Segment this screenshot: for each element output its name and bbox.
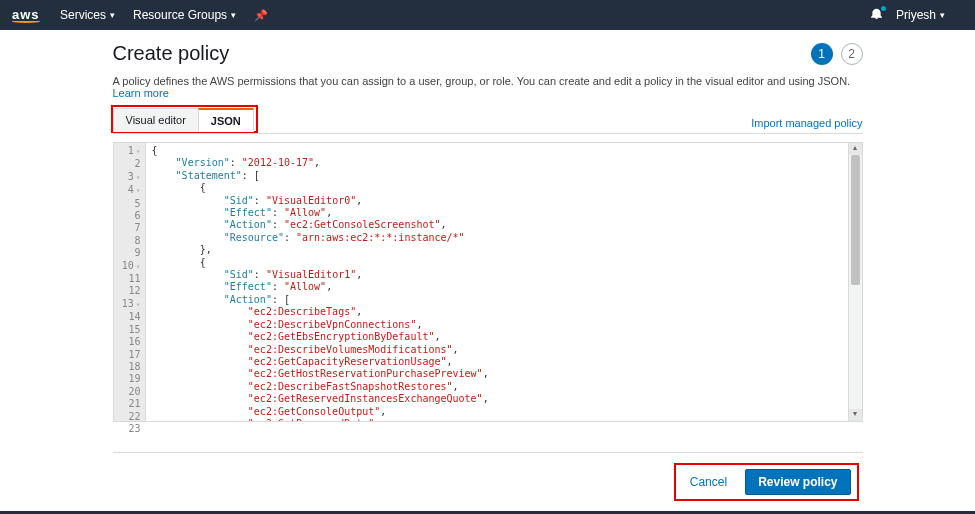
tabs-highlight: Visual editor JSON	[111, 105, 258, 133]
aws-logo[interactable]: aws	[12, 8, 40, 23]
learn-more-link[interactable]: Learn more	[113, 87, 169, 99]
notifications-icon[interactable]	[871, 8, 882, 22]
tab-visual-editor[interactable]: Visual editor	[113, 108, 199, 132]
editor-scrollbar[interactable]: ▴ ▾	[848, 143, 862, 421]
nav-services[interactable]: Services▾	[60, 8, 115, 22]
editor-code[interactable]: { "Version": "2012-10-17", "Statement": …	[146, 143, 848, 421]
editor-gutter: 1▾23▾4▾5678910▾111213▾141516171819202122…	[114, 143, 146, 421]
top-nav: aws Services▾ Resource Groups▾ 📌 Priyesh…	[0, 0, 975, 30]
json-editor[interactable]: 1▾23▾4▾5678910▾111213▾141516171819202122…	[113, 142, 863, 422]
nav-user-menu[interactable]: Priyesh▾	[896, 8, 945, 22]
page-title: Create policy	[113, 42, 230, 65]
cancel-button[interactable]: Cancel	[682, 471, 735, 493]
policy-description: A policy defines the AWS permissions tha…	[113, 75, 863, 99]
review-policy-button[interactable]: Review policy	[745, 469, 850, 495]
step-2[interactable]: 2	[841, 43, 863, 65]
tab-json[interactable]: JSON	[198, 108, 254, 132]
scroll-down-icon[interactable]: ▾	[849, 409, 862, 421]
actions-bar: Cancel Review policy	[113, 452, 863, 511]
actions-highlight: Cancel Review policy	[674, 463, 859, 501]
scroll-up-icon[interactable]: ▴	[849, 143, 862, 155]
nav-resource-groups[interactable]: Resource Groups▾	[133, 8, 236, 22]
wizard-steps: 1 2	[811, 43, 863, 65]
scroll-thumb[interactable]	[851, 155, 860, 285]
import-managed-policy-link[interactable]: Import managed policy	[751, 117, 862, 129]
step-1[interactable]: 1	[811, 43, 833, 65]
nav-pin-icon[interactable]: 📌	[254, 9, 268, 22]
